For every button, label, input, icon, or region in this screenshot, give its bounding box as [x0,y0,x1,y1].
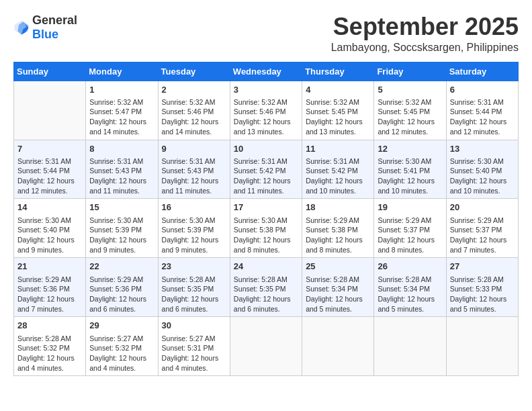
calendar-cell: 26Sunrise: 5:28 AMSunset: 5:34 PMDayligh… [374,258,446,317]
calendar-cell: 11Sunrise: 5:31 AMSunset: 5:42 PMDayligh… [302,140,374,199]
calendar-cell: 22Sunrise: 5:29 AMSunset: 5:36 PMDayligh… [86,258,158,317]
day-number: 11 [306,143,370,155]
day-info: Sunrise: 5:28 AMSunset: 5:32 PMDaylight:… [17,334,82,373]
day-info: Sunrise: 5:31 AMSunset: 5:44 PMDaylight:… [17,156,82,196]
day-number: 4 [306,84,370,96]
calendar-cell: 27Sunrise: 5:28 AMSunset: 5:33 PMDayligh… [446,258,518,317]
calendar-cell: 20Sunrise: 5:29 AMSunset: 5:37 PMDayligh… [446,199,518,258]
day-number: 23 [162,261,226,273]
month-title: September 2025 [331,13,519,40]
day-info: Sunrise: 5:28 AMSunset: 5:35 PMDaylight:… [234,275,298,314]
day-number: 10 [234,143,298,155]
day-info: Sunrise: 5:32 AMSunset: 5:45 PMDaylight:… [378,97,442,137]
day-info: Sunrise: 5:27 AMSunset: 5:31 PMDaylight:… [162,334,226,373]
day-info: Sunrise: 5:28 AMSunset: 5:34 PMDaylight:… [306,275,370,314]
day-number: 1 [89,84,154,96]
header-wednesday: Wednesday [230,62,302,81]
day-number: 7 [17,143,82,155]
header-monday: Monday [86,62,158,81]
calendar-cell: 24Sunrise: 5:28 AMSunset: 5:35 PMDayligh… [230,258,302,317]
calendar-cell: 21Sunrise: 5:29 AMSunset: 5:36 PMDayligh… [14,258,86,317]
calendar-cell [446,317,518,376]
calendar-cell: 18Sunrise: 5:29 AMSunset: 5:38 PMDayligh… [302,199,374,258]
calendar-cell: 2Sunrise: 5:32 AMSunset: 5:46 PMDaylight… [158,81,230,140]
calendar-cell: 28Sunrise: 5:28 AMSunset: 5:32 PMDayligh… [14,317,86,376]
day-number: 17 [234,201,298,214]
day-info: Sunrise: 5:28 AMSunset: 5:33 PMDaylight:… [450,275,515,314]
day-number: 30 [162,320,226,332]
calendar-cell: 4Sunrise: 5:32 AMSunset: 5:45 PMDaylight… [302,81,374,140]
day-info: Sunrise: 5:32 AMSunset: 5:46 PMDaylight:… [162,97,226,137]
day-number: 6 [450,84,515,96]
day-number: 26 [378,261,442,273]
day-number: 3 [234,84,298,96]
day-number: 16 [162,201,226,214]
day-number: 5 [378,84,442,96]
day-number: 19 [378,201,442,214]
calendar-cell: 9Sunrise: 5:31 AMSunset: 5:43 PMDaylight… [158,140,230,199]
day-number: 24 [234,261,298,273]
page-header: General Blue September 2025 Lambayong, S… [13,13,519,54]
calendar-cell: 8Sunrise: 5:31 AMSunset: 5:43 PMDaylight… [86,140,158,199]
calendar-cell: 7Sunrise: 5:31 AMSunset: 5:44 PMDaylight… [14,140,86,199]
calendar-week-row: 28Sunrise: 5:28 AMSunset: 5:32 PMDayligh… [14,317,519,376]
day-info: Sunrise: 5:29 AMSunset: 5:36 PMDaylight:… [17,275,82,314]
day-info: Sunrise: 5:31 AMSunset: 5:42 PMDaylight:… [234,156,298,196]
calendar-cell: 15Sunrise: 5:30 AMSunset: 5:39 PMDayligh… [86,199,158,258]
day-number: 22 [89,261,154,273]
day-number: 9 [162,143,226,155]
title-section: September 2025 Lambayong, Soccsksargen, … [331,13,519,54]
day-info: Sunrise: 5:29 AMSunset: 5:37 PMDaylight:… [450,216,515,255]
calendar-cell: 29Sunrise: 5:27 AMSunset: 5:32 PMDayligh… [86,317,158,376]
day-info: Sunrise: 5:31 AMSunset: 5:42 PMDaylight:… [306,156,370,196]
location-title: Lambayong, Soccsksargen, Philippines [331,42,519,54]
logo-blue: Blue [32,28,58,41]
day-number: 25 [306,261,370,273]
day-info: Sunrise: 5:32 AMSunset: 5:47 PMDaylight:… [89,97,154,137]
logo: General Blue [13,13,77,42]
logo-general: General [32,13,77,27]
day-number: 8 [89,143,154,155]
day-number: 20 [450,201,515,214]
calendar-cell: 17Sunrise: 5:30 AMSunset: 5:38 PMDayligh… [230,199,302,258]
day-number: 2 [162,84,226,96]
day-info: Sunrise: 5:30 AMSunset: 5:39 PMDaylight:… [162,216,226,255]
calendar-header-row: SundayMondayTuesdayWednesdayThursdayFrid… [14,62,519,81]
calendar-cell: 5Sunrise: 5:32 AMSunset: 5:45 PMDaylight… [374,81,446,140]
header-thursday: Thursday [302,62,374,81]
calendar-cell: 16Sunrise: 5:30 AMSunset: 5:39 PMDayligh… [158,199,230,258]
day-number: 21 [17,261,82,273]
calendar-cell: 3Sunrise: 5:32 AMSunset: 5:46 PMDaylight… [230,81,302,140]
day-number: 18 [306,201,370,214]
header-saturday: Saturday [446,62,518,81]
day-info: Sunrise: 5:29 AMSunset: 5:36 PMDaylight:… [89,275,154,314]
calendar-cell: 19Sunrise: 5:29 AMSunset: 5:37 PMDayligh… [374,199,446,258]
header-tuesday: Tuesday [158,62,230,81]
day-info: Sunrise: 5:31 AMSunset: 5:43 PMDaylight:… [89,156,154,196]
day-info: Sunrise: 5:29 AMSunset: 5:37 PMDaylight:… [378,216,442,255]
logo-icon [13,19,30,36]
calendar-cell [230,317,302,376]
day-info: Sunrise: 5:29 AMSunset: 5:38 PMDaylight:… [306,216,370,255]
calendar-cell: 1Sunrise: 5:32 AMSunset: 5:47 PMDaylight… [86,81,158,140]
calendar-week-row: 1Sunrise: 5:32 AMSunset: 5:47 PMDaylight… [14,81,519,140]
calendar-cell: 13Sunrise: 5:30 AMSunset: 5:40 PMDayligh… [446,140,518,199]
day-number: 14 [17,201,82,214]
calendar-week-row: 7Sunrise: 5:31 AMSunset: 5:44 PMDaylight… [14,140,519,199]
day-info: Sunrise: 5:31 AMSunset: 5:43 PMDaylight:… [162,156,226,196]
calendar-cell: 23Sunrise: 5:28 AMSunset: 5:35 PMDayligh… [158,258,230,317]
header-friday: Friday [374,62,446,81]
day-info: Sunrise: 5:30 AMSunset: 5:40 PMDaylight:… [17,216,82,255]
calendar-cell: 14Sunrise: 5:30 AMSunset: 5:40 PMDayligh… [14,199,86,258]
day-number: 15 [89,201,154,214]
calendar-week-row: 21Sunrise: 5:29 AMSunset: 5:36 PMDayligh… [14,258,519,317]
day-info: Sunrise: 5:31 AMSunset: 5:44 PMDaylight:… [450,97,515,137]
header-sunday: Sunday [14,62,86,81]
day-number: 12 [378,143,442,155]
day-info: Sunrise: 5:32 AMSunset: 5:46 PMDaylight:… [234,97,298,137]
calendar-cell: 30Sunrise: 5:27 AMSunset: 5:31 PMDayligh… [158,317,230,376]
day-info: Sunrise: 5:30 AMSunset: 5:39 PMDaylight:… [89,216,154,255]
day-number: 27 [450,261,515,273]
calendar-cell [14,81,86,140]
day-info: Sunrise: 5:30 AMSunset: 5:41 PMDaylight:… [378,156,442,196]
